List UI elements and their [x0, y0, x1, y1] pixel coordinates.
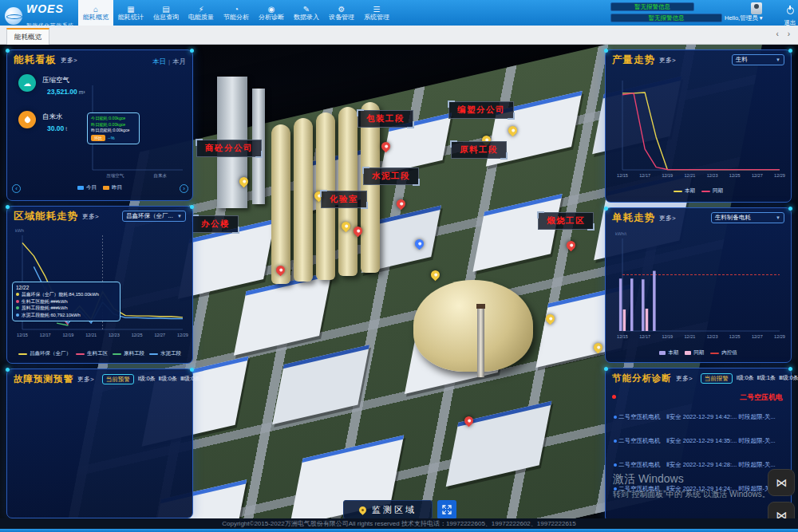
nav-item-label: 分析诊断: [259, 14, 284, 22]
legend-swatch: [701, 191, 710, 192]
metric-name: 自来水: [42, 112, 63, 122]
legend-item[interactable]: 昌鑫环保（全厂）: [18, 350, 71, 357]
map-label-煅烧工区[interactable]: 煅烧工区: [538, 212, 594, 230]
nav-item-diagnosis[interactable]: ◉分析诊断: [254, 0, 289, 26]
map-label-编塑分公司[interactable]: 编塑分公司: [448, 101, 514, 119]
panel-fault-warning: 故障预测预警 更多> 当前预警 Ⅰ级:0条Ⅱ级:0条Ⅲ级:0条: [6, 368, 193, 518]
legend-item[interactable]: 同期: [701, 187, 723, 195]
energy-analysis-icon: ◔: [234, 5, 239, 14]
period-toggle: 本日|本月: [152, 53, 186, 67]
tooltip-row: 生料工区能耗:###kWh: [16, 298, 117, 305]
more-link[interactable]: 更多>: [659, 56, 676, 65]
map-building: [446, 401, 552, 487]
more-link[interactable]: 更多>: [77, 375, 94, 384]
current-warning-filter[interactable]: 当前预警: [102, 374, 134, 384]
storage-dome: [413, 280, 533, 372]
user-avatar[interactable]: [751, 2, 762, 14]
unit-consumption-dropdown[interactable]: 生料制备电耗▼: [711, 212, 784, 223]
water-icon: [18, 111, 36, 128]
map-label-原料工段[interactable]: 原料工段: [451, 141, 507, 159]
alarm-row[interactable]: 二号空压机电机 Ⅱ安全 2022-12-29 14:28:... 时段超限-关.…: [614, 461, 786, 469]
series-dot: [16, 313, 19, 317]
more-link[interactable]: 更多>: [676, 374, 693, 383]
level-badge: Ⅱ级:0条: [159, 375, 177, 383]
brand-subtitle: 智能优化节能系统: [26, 22, 74, 28]
legend-item[interactable]: 本期: [659, 349, 678, 357]
svg-text:自来水: 自来水: [154, 173, 168, 178]
more-link[interactable]: 更多>: [61, 56, 77, 65]
overlay-tool-button[interactable]: ⋈: [768, 469, 795, 496]
legend-item[interactable]: 本期: [674, 187, 695, 195]
panel-title: 故障预测预警: [14, 373, 73, 385]
legend-item[interactable]: 生料工区: [76, 350, 108, 357]
user-menu[interactable]: Hello,管理员 ▾: [725, 14, 763, 22]
tab-scroll-arrows[interactable]: ‹ ›: [776, 30, 793, 38]
pager-prev[interactable]: ‹: [12, 184, 21, 193]
nav-item-data-entry[interactable]: ✎数据录入: [289, 0, 324, 26]
tab-energy-overview[interactable]: 能耗概览: [6, 28, 49, 45]
toggle-today[interactable]: 本日: [152, 57, 166, 65]
legend-item[interactable]: 内控值: [710, 349, 737, 357]
fullscreen-button[interactable]: [437, 500, 456, 519]
map-label-办公楼[interactable]: 办公楼: [192, 215, 239, 233]
legend-item[interactable]: 昨日: [103, 184, 122, 191]
legend-item[interactable]: 水泥工段: [149, 350, 181, 357]
svg-text:12/29: 12/29: [177, 333, 188, 337]
legend-swatch: [77, 186, 84, 190]
map-building: [272, 345, 369, 424]
production-dropdown[interactable]: 生料▼: [732, 54, 784, 65]
pager-next[interactable]: ›: [180, 184, 188, 193]
tooltip-line: 今日能耗:0.00kgce: [91, 116, 136, 122]
chevron-down-icon: ▼: [776, 55, 780, 65]
current-alarm-filter[interactable]: 当前报警: [701, 373, 733, 384]
chevron-down-icon: ▼: [776, 213, 780, 223]
energy-board-tooltip: 今日能耗:0.00kgce昨日能耗:0.00kgce昨日总能耗:0.00kgce…: [87, 112, 140, 144]
svg-text:12/27: 12/27: [154, 333, 165, 337]
series-dot: [16, 300, 19, 303]
svg-text:12/17: 12/17: [639, 173, 650, 178]
map-label-商砼分公司[interactable]: 商砼分公司: [196, 140, 262, 157]
brand-name: WOES: [26, 2, 64, 15]
region-legend: 昌鑫环保（全厂）生料工区原料工段水泥工段: [7, 350, 192, 357]
more-link[interactable]: 更多>: [659, 214, 676, 223]
legend-item[interactable]: 今日: [77, 184, 97, 191]
unit-consumption-chart: 12/1512/1712/1912/2112/2312/2512/2712/29…: [612, 229, 786, 345]
nav-item-power-quality[interactable]: ⚡电能质量: [184, 0, 219, 26]
level-badge: Ⅲ级:0条: [180, 375, 200, 383]
nav-item-energy-analysis[interactable]: ◔节能分析: [219, 0, 254, 26]
level-badge: Ⅱ级:1条: [757, 374, 776, 382]
region-dropdown[interactable]: 昌鑫环保（全厂...▼: [122, 211, 186, 222]
nav-item-device-manage[interactable]: ⚙设备管理: [324, 0, 359, 26]
svg-text:12/25: 12/25: [132, 333, 143, 337]
chimney: [477, 304, 484, 377]
svg-text:12/21: 12/21: [85, 333, 97, 337]
nav-item-system-manage[interactable]: ☰系统管理: [359, 0, 394, 26]
panel-energy-board: 能耗看板 更多> 本日|本月 ☁压缩空气23,521.00m³自来水30.00t…: [6, 49, 193, 201]
map-label-化验室[interactable]: 化验室: [321, 191, 367, 208]
svg-text:12/15: 12/15: [617, 334, 628, 339]
panel-title: 节能分析诊断: [612, 372, 672, 384]
alarm-row[interactable]: 二号空压机电机 Ⅱ安全 2022-12-29 14:35:... 时段超限-关.…: [614, 437, 786, 445]
alarm-row[interactable]: 二号空压机电机 Ⅱ安全 2022-12-29 14:42:... 时段超限-关.…: [614, 413, 786, 421]
nav-item-label: 信息查询: [153, 14, 179, 22]
legend-item[interactable]: 同期: [685, 349, 704, 357]
more-link[interactable]: 更多>: [82, 212, 99, 221]
map-label-水泥工段[interactable]: 水泥工段: [363, 167, 419, 185]
legend-item[interactable]: 原料工段: [113, 350, 144, 357]
alarm-ticker-2: 暂无报警信息: [610, 14, 722, 22]
monitor-area-button[interactable]: 监测区域: [343, 500, 433, 519]
map-label-包装工段[interactable]: 包装工段: [358, 110, 413, 128]
logout-button[interactable]: 退出: [782, 3, 798, 27]
tab-bar: 能耗概览 ‹ ›: [0, 26, 798, 45]
svg-text:12/25: 12/25: [729, 334, 741, 339]
alarm-row[interactable]: 二号空压机电机 Ⅱ安全 2022-12-29 14:24:... 时段超限-关.…: [614, 485, 786, 493]
nav-item-home[interactable]: ⌂能耗概览: [78, 0, 113, 26]
map-building: [234, 272, 332, 356]
svg-text:12/27: 12/27: [752, 334, 763, 339]
svg-text:12/23: 12/23: [109, 333, 120, 337]
nav-item-bar-chart[interactable]: ▦能耗统计: [113, 0, 148, 26]
series-dot: [16, 293, 19, 296]
legend-swatch: [674, 191, 682, 192]
toggle-month[interactable]: 本月: [172, 57, 186, 65]
nav-item-info-search[interactable]: ▤信息查询: [148, 0, 184, 26]
